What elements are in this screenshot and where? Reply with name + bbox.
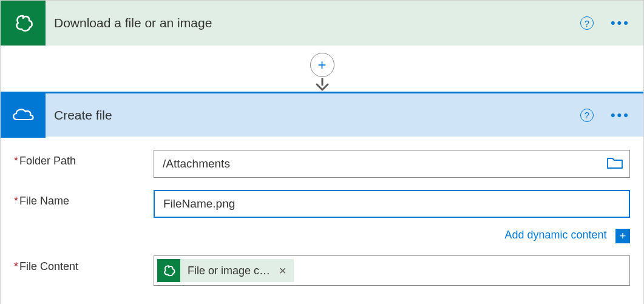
more-menu-icon[interactable]: ••• xyxy=(611,109,630,122)
file-content-input[interactable]: File or image c… ✕ xyxy=(154,255,630,286)
required-star: * xyxy=(14,195,18,207)
folder-path-row: *Folder Path xyxy=(14,150,630,178)
onedrive-icon xyxy=(1,93,46,138)
create-file-form: *Folder Path *File Name xyxy=(1,137,643,304)
file-name-row: *File Name xyxy=(14,190,630,218)
dynamic-content-row: Add dynamic content + xyxy=(14,221,630,243)
file-name-label: *File Name xyxy=(14,190,154,208)
arrow-down-icon xyxy=(314,78,330,93)
create-file-action-header[interactable]: Create file ? ••• xyxy=(1,92,643,137)
file-content-label: *File Content xyxy=(14,255,154,273)
file-content-row: *File Content File or image c… ✕ xyxy=(14,255,630,286)
action-title: Download a file or an image xyxy=(46,16,580,30)
add-dynamic-content-button[interactable]: + xyxy=(615,229,630,243)
remove-token-icon[interactable]: ✕ xyxy=(279,265,286,277)
required-star: * xyxy=(14,260,18,272)
action-title: Create file xyxy=(46,108,580,123)
dataverse-icon xyxy=(157,259,180,282)
help-icon[interactable]: ? xyxy=(580,16,594,30)
download-file-action-header[interactable]: Download a file or an image ? ••• xyxy=(1,1,643,46)
token-label: File or image c… xyxy=(188,265,270,277)
required-star: * xyxy=(14,155,18,167)
dataverse-icon xyxy=(1,1,46,46)
add-dynamic-content-link[interactable]: Add dynamic content xyxy=(504,229,606,241)
folder-path-input[interactable] xyxy=(154,150,630,178)
file-name-input[interactable] xyxy=(154,190,630,218)
more-menu-icon[interactable]: ••• xyxy=(611,16,630,30)
plus-icon: + xyxy=(317,58,326,72)
file-content-token[interactable]: File or image c… ✕ xyxy=(157,259,294,282)
add-step-button[interactable]: + xyxy=(310,53,334,77)
folder-path-label: *Folder Path xyxy=(14,150,154,167)
help-icon[interactable]: ? xyxy=(580,109,594,122)
insert-step-connector: + xyxy=(1,46,643,92)
folder-picker-icon[interactable] xyxy=(607,156,623,172)
